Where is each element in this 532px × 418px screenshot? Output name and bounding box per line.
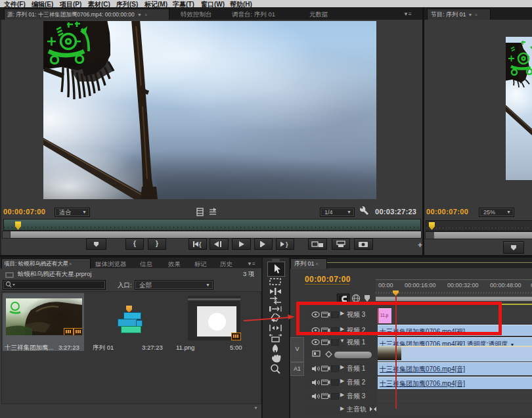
svg-text:{: { [199, 241, 202, 248]
svg-text:}: } [286, 241, 288, 248]
